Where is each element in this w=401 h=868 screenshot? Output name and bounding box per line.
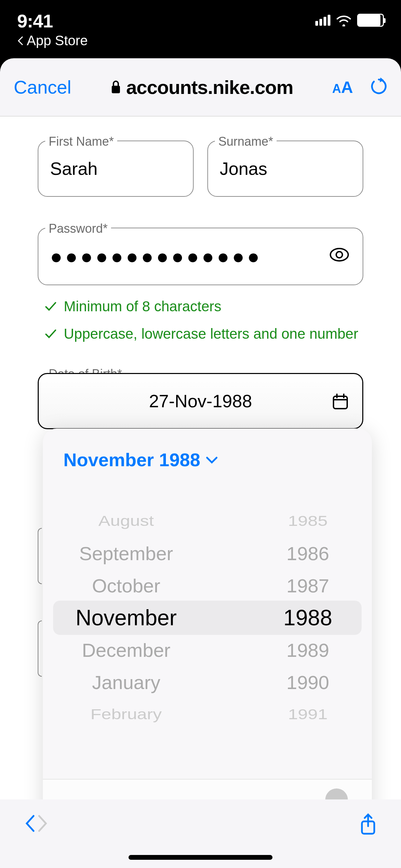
wheel-item[interactable]: 1989 (287, 634, 329, 666)
wheel-item[interactable]: August (98, 508, 154, 534)
check-icon (45, 329, 57, 339)
share-button[interactable] (359, 813, 377, 837)
wheel-item[interactable]: 1991 (288, 701, 328, 727)
password-check-length: Minimum of 8 characters (45, 298, 363, 315)
battery-icon (357, 14, 384, 27)
wheel-item[interactable]: January (92, 666, 160, 698)
wheel-item[interactable]: 1987 (287, 569, 329, 602)
status-bar: 9:41 App Store (0, 0, 401, 48)
wheel-item[interactable]: December (82, 634, 170, 666)
svg-point-2 (336, 252, 342, 258)
back-to-app[interactable]: App Store (17, 33, 88, 48)
wheel-item[interactable]: 1985 (288, 508, 328, 534)
check-icon (45, 301, 57, 312)
wheel-item[interactable]: September (79, 537, 173, 569)
back-button[interactable] (24, 813, 36, 835)
forward-button[interactable] (36, 813, 49, 835)
cancel-button[interactable]: Cancel (14, 76, 71, 98)
surname-input[interactable] (207, 141, 363, 197)
show-password-icon[interactable] (329, 246, 350, 263)
lock-icon (110, 80, 121, 94)
dob-input[interactable]: 27-Nov-1988 (38, 373, 363, 429)
surname-label: Surname* (215, 134, 277, 149)
wheel-item[interactable]: February (90, 701, 162, 727)
svg-rect-0 (112, 86, 120, 93)
picker-header[interactable]: November 1988 (43, 429, 372, 484)
chevron-down-icon (206, 456, 218, 464)
safari-header: Cancel accounts.nike.com AA (0, 58, 401, 117)
home-indicator[interactable] (129, 855, 272, 860)
reload-button[interactable] (370, 77, 387, 97)
dob-value: 27-Nov-1988 (149, 391, 252, 411)
wheel-item[interactable]: 1986 (287, 537, 329, 569)
date-picker: November 1988 July August September Octo… (43, 429, 372, 832)
wheel-item-selected[interactable]: 1988 (283, 602, 332, 634)
password-check-chars: Uppercase, lowercase letters and one num… (45, 326, 363, 342)
status-time: 9:41 (17, 10, 88, 32)
password-input[interactable]: ●●●●●●●●●●●●●● (38, 228, 363, 285)
wifi-icon (336, 14, 352, 26)
address-bar[interactable]: accounts.nike.com (82, 76, 322, 98)
hidden-field-edge (38, 528, 42, 584)
safari-sheet: Cancel accounts.nike.com AA First Name* … (0, 58, 401, 868)
wheel-item-selected[interactable]: November (75, 602, 177, 634)
first-name-label: First Name* (45, 134, 117, 149)
hidden-field-edge (38, 620, 42, 677)
picker-wheels: July August September October November D… (43, 505, 372, 731)
wheel-item[interactable]: 1990 (287, 666, 329, 698)
svg-rect-3 (333, 396, 347, 409)
password-label: Password* (45, 221, 111, 236)
url-text: accounts.nike.com (126, 76, 293, 98)
svg-point-1 (330, 249, 348, 261)
first-name-input[interactable] (38, 141, 194, 197)
year-wheel[interactable]: 1984 1985 1986 1987 1988 1989 1990 1991 … (244, 505, 372, 731)
calendar-icon (331, 392, 349, 410)
text-size-button[interactable]: AA (332, 78, 353, 97)
month-wheel[interactable]: July August September October November D… (43, 505, 209, 731)
wheel-item[interactable]: October (92, 569, 160, 602)
cellular-icon (315, 15, 330, 26)
